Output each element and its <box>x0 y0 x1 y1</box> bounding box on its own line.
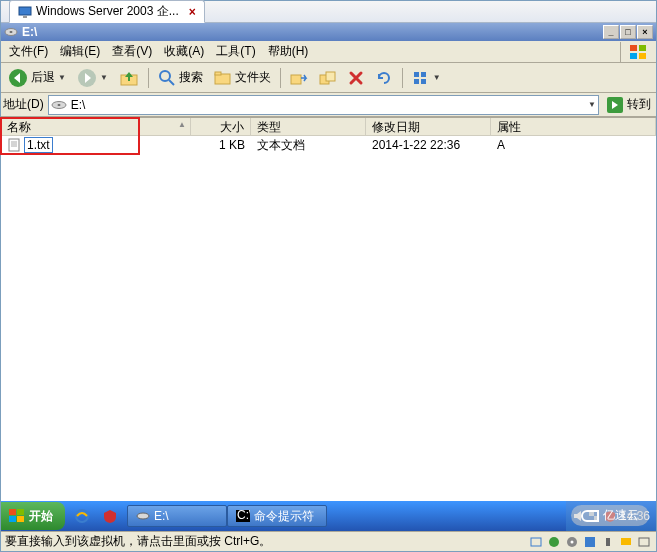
views-icon <box>412 70 430 86</box>
svg-line-12 <box>169 80 174 85</box>
delete-button[interactable] <box>343 67 369 89</box>
back-arrow-icon <box>8 68 28 88</box>
svg-rect-18 <box>414 72 419 77</box>
svg-point-34 <box>137 513 149 519</box>
go-button[interactable]: 转到 <box>603 95 654 115</box>
monitor-icon <box>18 6 32 18</box>
svg-rect-43 <box>585 537 595 547</box>
svg-rect-0 <box>19 7 31 15</box>
menu-edit[interactable]: 编辑(E) <box>54 40 106 63</box>
watermark-logo-icon <box>581 510 599 522</box>
go-label: 转到 <box>627 96 651 113</box>
svg-rect-7 <box>639 53 646 59</box>
sb-disk-icon[interactable] <box>546 535 562 549</box>
svg-rect-46 <box>639 538 649 546</box>
back-dropdown-icon: ▼ <box>58 73 66 82</box>
svg-point-40 <box>549 537 559 547</box>
maximize-button[interactable]: □ <box>620 25 636 39</box>
sb-msg-icon[interactable] <box>618 535 634 549</box>
col-size[interactable]: 大小 <box>191 118 251 135</box>
windows-logo-icon <box>620 42 654 62</box>
vm-tab-close[interactable]: × <box>189 5 196 19</box>
close-button[interactable]: × <box>637 25 653 39</box>
vm-statusbar: 要直接输入到该虚拟机，请点击里面或按 Ctrl+G。 <box>1 531 656 551</box>
svg-rect-6 <box>630 53 637 59</box>
column-headers: 名称 大小 类型 修改日期 属性 <box>1 118 656 136</box>
start-label: 开始 <box>29 508 53 525</box>
svg-rect-31 <box>9 516 16 522</box>
go-arrow-icon <box>606 96 624 114</box>
svg-rect-45 <box>621 538 631 545</box>
fwd-dropdown-icon: ▼ <box>100 73 108 82</box>
svg-rect-44 <box>606 538 610 546</box>
file-modified: 2014-1-22 22:36 <box>366 138 491 152</box>
col-attr[interactable]: 属性 <box>491 118 656 135</box>
sb-fullscreen-icon[interactable] <box>636 535 652 549</box>
start-flag-icon <box>9 509 25 523</box>
move-button[interactable] <box>285 67 313 89</box>
sb-floppy-icon[interactable] <box>582 535 598 549</box>
svg-point-3 <box>10 31 13 33</box>
svg-point-23 <box>57 104 60 106</box>
address-input-wrapper[interactable]: ▼ <box>48 95 599 115</box>
taskbar-item-explorer[interactable]: E:\ <box>127 505 227 527</box>
svg-point-11 <box>160 71 170 81</box>
address-dropdown-icon[interactable]: ▼ <box>588 100 596 109</box>
menu-bar: 文件(F) 编辑(E) 查看(V) 收藏(A) 工具(T) 帮助(H) <box>1 41 656 63</box>
svg-point-42 <box>571 540 574 543</box>
undo-button[interactable] <box>370 67 398 89</box>
views-button[interactable]: ▼ <box>407 67 446 89</box>
search-icon <box>158 69 176 87</box>
ql-ie-icon[interactable] <box>69 505 95 527</box>
svg-rect-14 <box>215 72 221 75</box>
taskbar-cmd-label: 命令提示符 <box>254 508 314 525</box>
menu-tools[interactable]: 工具(T) <box>210 40 261 63</box>
col-name[interactable]: 名称 <box>1 118 191 135</box>
explorer-titlebar[interactable]: E:\ _ □ × <box>1 23 656 41</box>
folder-up-icon <box>119 68 139 88</box>
back-button[interactable]: 后退 ▼ <box>3 65 71 91</box>
ql-security-icon[interactable] <box>97 505 123 527</box>
forward-arrow-icon <box>77 68 97 88</box>
cmd-icon: C:\ <box>236 510 250 522</box>
file-row[interactable]: 1.txt 1 KB 文本文档 2014-1-22 22:36 A <box>1 136 656 154</box>
text-file-icon <box>7 138 21 152</box>
search-button[interactable]: 搜索 <box>153 66 208 90</box>
copy-button[interactable] <box>314 67 342 89</box>
menu-favorites[interactable]: 收藏(A) <box>158 40 210 63</box>
svg-rect-32 <box>17 516 24 522</box>
folders-button[interactable]: 文件夹 <box>209 66 276 89</box>
sb-net-icon[interactable] <box>528 535 544 549</box>
menu-file[interactable]: 文件(F) <box>3 40 54 63</box>
file-name-editing[interactable]: 1.txt <box>24 137 53 153</box>
address-input[interactable] <box>71 98 584 112</box>
vm-tab[interactable]: Windows Server 2003 企... × <box>9 0 205 23</box>
vm-tab-bar: Windows Server 2003 企... × <box>1 1 656 23</box>
svg-rect-19 <box>421 72 426 77</box>
search-label: 搜索 <box>179 69 203 86</box>
window-title: E:\ <box>22 25 37 39</box>
menu-help[interactable]: 帮助(H) <box>262 40 315 63</box>
taskbar-item-cmd[interactable]: C:\ 命令提示符 <box>227 505 327 527</box>
folders-icon <box>214 70 232 86</box>
col-modified[interactable]: 修改日期 <box>366 118 491 135</box>
up-button[interactable] <box>114 65 144 91</box>
file-list-view[interactable]: 名称 大小 类型 修改日期 属性 1.txt 1 KB 文本文档 2014-1-… <box>1 117 656 501</box>
views-dropdown-icon: ▼ <box>433 73 441 82</box>
copy-icon <box>319 70 337 86</box>
svg-rect-1 <box>23 16 27 18</box>
toolbar: 后退 ▼ ▼ 搜索 文件夹 <box>1 63 656 93</box>
col-type[interactable]: 类型 <box>251 118 366 135</box>
start-button[interactable]: 开始 <box>1 502 65 530</box>
svg-rect-25 <box>9 139 19 151</box>
sb-usb-icon[interactable] <box>600 535 616 549</box>
minimize-button[interactable]: _ <box>603 25 619 39</box>
forward-button[interactable]: ▼ <box>72 65 113 91</box>
file-type: 文本文档 <box>251 137 366 154</box>
taskbar-explorer-label: E:\ <box>154 509 169 523</box>
menu-view[interactable]: 查看(V) <box>106 40 158 63</box>
sb-cd-icon[interactable] <box>564 535 580 549</box>
svg-text:C:\: C:\ <box>237 510 250 522</box>
address-bar: 地址(D) ▼ 转到 <box>1 93 656 117</box>
move-icon <box>290 70 308 86</box>
